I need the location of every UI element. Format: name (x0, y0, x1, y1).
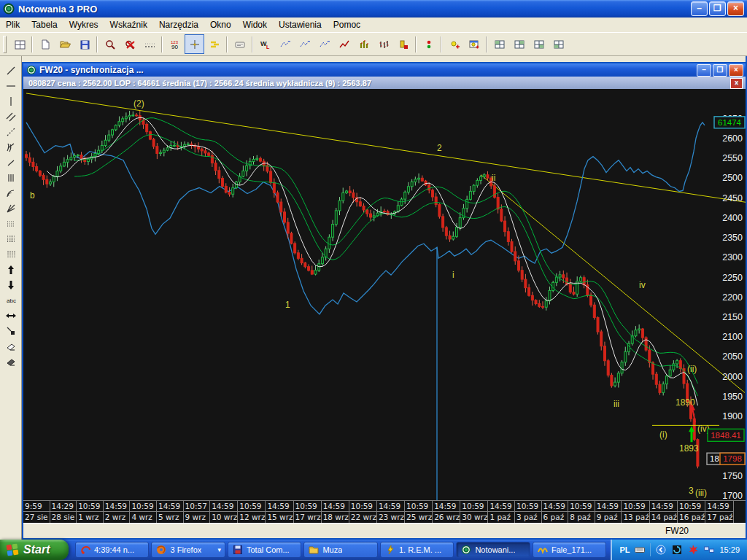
task-button-notowani[interactable]: Notowani... (456, 542, 530, 558)
fibonacci-levels-tool[interactable] (2, 231, 20, 246)
zigzag-button-2[interactable] (295, 34, 314, 54)
zigzag-button-3[interactable] (314, 34, 334, 54)
menu-item-okno[interactable]: Okno (204, 18, 237, 32)
wave-label: (iii) (695, 488, 707, 498)
menu-item-plik[interactable]: Plik (0, 18, 26, 32)
chart-minimize-button[interactable]: – (697, 64, 711, 77)
quote-info-bar: 080827 cena : 2562.00 LOP : 64661 średni… (23, 77, 746, 89)
eraser-filled-tool[interactable] (2, 354, 20, 369)
fibonacci-arcs-tool[interactable] (2, 185, 20, 201)
menu-item-wskanik[interactable]: Wskaźnik (104, 18, 153, 32)
task-button-43944n[interactable]: 4:39:44 n... (75, 542, 149, 558)
scale-90-button[interactable]: 12390 (165, 34, 185, 54)
segment-tool[interactable] (2, 155, 20, 170)
chart-restore-button[interactable]: ❒ (713, 64, 727, 77)
menu-item-wykres[interactable]: Wykres (63, 18, 104, 32)
task-label: 1. R.E.M. ... (399, 545, 441, 554)
quote-info-text: 080827 cena : 2562.00 LOP : 64661 średni… (28, 79, 371, 88)
add-window-button[interactable] (464, 34, 484, 54)
horizontal-line-tool[interactable] (2, 78, 20, 93)
noto-icon (460, 544, 472, 556)
gann-fan-tool[interactable] (2, 201, 20, 216)
task-button-1rem[interactable]: 1. R.E.M. ... (380, 542, 454, 558)
fibonacci-retracement-tool[interactable] (2, 216, 20, 231)
layout-tr-button[interactable] (509, 34, 529, 54)
price-tick: 2250 (722, 273, 743, 283)
task-button-3firefox[interactable]: 3 Firefox▾ (151, 542, 225, 558)
pane-layout-button[interactable] (9, 34, 29, 54)
time-axis-column: 14:5926 wrz (433, 501, 460, 523)
vertical-line-tool[interactable] (2, 93, 20, 109)
wave-label: 1893 (679, 443, 699, 454)
maximize-button[interactable]: ❒ (709, 1, 726, 16)
wave-labels-button[interactable]: WL (255, 34, 275, 54)
task-button-totalcom[interactable]: Total Com... (228, 542, 301, 558)
toolbar-grip[interactable] (3, 36, 7, 53)
trendline-tool[interactable] (2, 63, 20, 78)
bar-chart-button[interactable] (354, 34, 374, 54)
wave-label: 1 (285, 300, 290, 310)
open-file-button[interactable] (55, 34, 74, 54)
menu-item-ustawienia[interactable]: Ustawienia (273, 18, 328, 32)
save-file-button[interactable] (74, 34, 94, 54)
zoom-off-button[interactable] (120, 34, 139, 54)
chart-close-button[interactable]: × (729, 64, 743, 77)
menu-item-pomoc[interactable]: Pomoc (328, 18, 366, 32)
signals-button[interactable] (419, 34, 438, 54)
levels-button[interactable] (204, 34, 224, 54)
text-tool[interactable]: abc (2, 292, 20, 308)
menu-item-narzdzia[interactable]: Narzędzia (153, 18, 204, 32)
layout-bl-button[interactable] (549, 34, 568, 54)
svg-text:abc: abc (7, 298, 16, 304)
layout-br-button[interactable] (529, 34, 549, 54)
data-window-button[interactable] (230, 34, 249, 54)
pitchfork-tool[interactable] (2, 139, 20, 155)
task-button-fale171[interactable]: Fale_171... (533, 542, 606, 558)
zigzag-button-1[interactable] (275, 34, 295, 54)
arrow-down-tool[interactable] (2, 277, 20, 292)
crosshair-button[interactable] (185, 34, 204, 54)
close-button[interactable]: × (727, 1, 744, 16)
start-button[interactable]: Start (0, 540, 69, 560)
time-axis-column: 14:5914 paź (650, 501, 678, 523)
folder-icon (308, 544, 320, 556)
task-button-muza[interactable]: Muza (303, 542, 377, 558)
menu-item-widok[interactable]: Widok (237, 18, 273, 32)
system-tray: PL15:29 (611, 540, 747, 560)
minimize-button[interactable]: – (691, 1, 708, 16)
menu-item-tabela[interactable]: Tabela (26, 18, 63, 32)
tray-separator (650, 543, 651, 556)
parallel-lines-tool[interactable] (2, 109, 20, 124)
dropdown-icon[interactable]: ▾ (217, 546, 221, 553)
chevron-tray-icon[interactable] (655, 544, 667, 556)
arrow-up-tool[interactable] (2, 262, 20, 277)
ruler-button[interactable] (139, 34, 159, 54)
zoom-button[interactable] (100, 34, 120, 54)
line-chart-button[interactable] (334, 34, 354, 54)
network-tray-icon[interactable] (703, 544, 715, 556)
layout-tl-button[interactable] (489, 34, 509, 54)
fibonacci-time-tool[interactable] (2, 246, 20, 262)
price-chart[interactable]: (2)2b1iiiiviii(ii)1890(i)(iv)18933(iii)2… (23, 89, 746, 500)
price-tick: 2600 (722, 133, 743, 144)
price-tick: 2450 (722, 193, 743, 203)
time-axis-column: 14:595 wrz (157, 501, 184, 523)
price-tick: 1700 (722, 491, 743, 500)
eraser-tool[interactable] (2, 338, 20, 354)
candle-chart-button[interactable] (393, 34, 413, 54)
info-close-icon[interactable]: x (730, 78, 743, 89)
expand-tool[interactable] (2, 308, 20, 323)
language-indicator[interactable]: PL (619, 545, 630, 554)
ohlc-chart-button[interactable] (374, 34, 393, 54)
vertical-grid-tool[interactable] (2, 170, 20, 185)
burst-tray-icon[interactable] (687, 544, 699, 556)
price-tick: 2300 (722, 252, 743, 262)
toolbar-separator (31, 36, 33, 52)
add-point-button[interactable] (444, 34, 464, 54)
new-file-button[interactable] (35, 34, 55, 54)
toolbar-separator (415, 36, 417, 52)
dashed-trend-tool[interactable] (2, 124, 20, 139)
pointer-tool[interactable] (2, 323, 20, 338)
swirl-tray-icon[interactable] (671, 544, 683, 556)
keyboard-tray-icon[interactable] (634, 544, 646, 556)
